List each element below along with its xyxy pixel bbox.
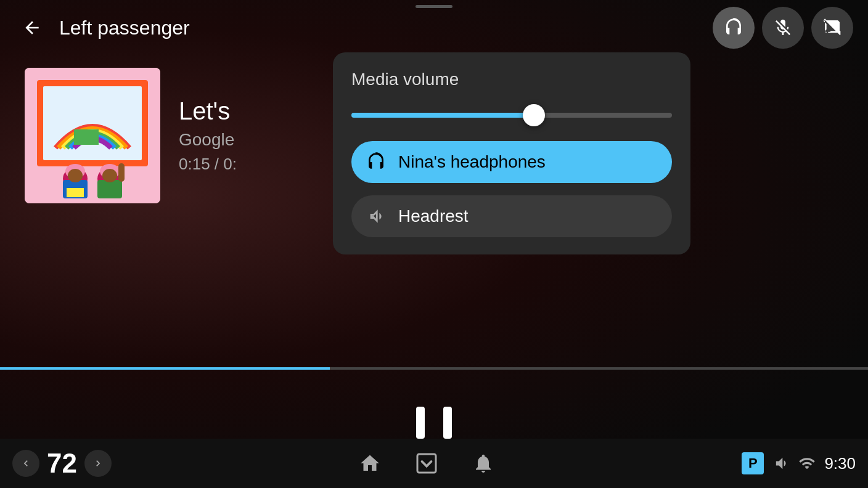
home-icon xyxy=(359,452,381,474)
top-bar: Left passenger xyxy=(0,0,868,55)
headphones-button[interactable] xyxy=(713,7,755,49)
svg-point-7 xyxy=(68,169,83,182)
chevron-right-icon xyxy=(92,457,104,470)
audio-option-headrest[interactable]: Headrest xyxy=(351,195,672,237)
bottom-right-status: P 9:30 xyxy=(742,452,856,474)
audio-option-headphones[interactable]: Nina's headphones xyxy=(351,141,672,183)
home-button[interactable] xyxy=(354,447,386,479)
volume-popup: Media volume Nina's headphones Headrest xyxy=(333,52,690,254)
bottom-center-controls xyxy=(354,447,499,479)
progress-bar-container[interactable] xyxy=(0,366,868,370)
slider-thumb[interactable] xyxy=(523,104,545,126)
headphones-option-label: Nina's headphones xyxy=(398,152,546,172)
screen-off-icon xyxy=(822,18,842,38)
volume-status-icon xyxy=(772,455,790,472)
headphones-option-icon xyxy=(366,152,386,172)
signal-icon xyxy=(798,455,816,472)
temperature-controls: 72 xyxy=(12,448,112,479)
bell-icon xyxy=(472,452,494,474)
svg-rect-13 xyxy=(67,188,84,197)
temp-up-button[interactable] xyxy=(84,450,112,477)
slider-fill xyxy=(351,113,534,118)
back-arrow-icon xyxy=(22,18,42,38)
svg-rect-2 xyxy=(43,86,142,160)
clock: 9:30 xyxy=(824,454,856,473)
track-info: Let's Google 0:15 / 0: xyxy=(179,97,237,174)
svg-rect-3 xyxy=(74,129,99,145)
microphone-off-button[interactable] xyxy=(762,7,804,49)
svg-rect-14 xyxy=(417,454,436,473)
track-artist: Google xyxy=(179,130,237,150)
svg-rect-9 xyxy=(97,180,122,198)
volume-slider[interactable] xyxy=(351,102,672,129)
microphone-off-icon xyxy=(773,18,793,38)
album-art-image xyxy=(25,68,160,203)
track-time: 0:15 / 0: xyxy=(179,155,237,174)
chevron-left-icon xyxy=(20,457,32,470)
p-badge: P xyxy=(742,452,764,474)
pause-bar-left xyxy=(416,407,425,439)
play-controls xyxy=(0,407,868,439)
back-button[interactable] xyxy=(15,10,49,45)
notification-button[interactable] xyxy=(467,447,499,479)
chevron-down-button[interactable] xyxy=(411,447,443,479)
svg-rect-12 xyxy=(118,163,125,182)
headphones-icon xyxy=(724,18,743,38)
temp-down-button[interactable] xyxy=(12,450,39,477)
temperature-value: 72 xyxy=(47,448,77,479)
svg-point-11 xyxy=(102,169,117,182)
progress-bar-fill xyxy=(0,367,330,370)
volume-option-icon xyxy=(366,206,386,226)
chevron-down-icon xyxy=(416,452,438,474)
album-art xyxy=(25,68,160,203)
volume-label: Media volume xyxy=(351,70,672,89)
pause-button[interactable] xyxy=(416,407,452,439)
page-title: Left passenger xyxy=(59,17,190,39)
top-bar-right xyxy=(713,7,853,49)
bottom-bar: 72 P xyxy=(0,439,868,488)
headrest-option-label: Headrest xyxy=(398,206,469,226)
screen-off-button[interactable] xyxy=(811,7,853,49)
pause-bar-right xyxy=(443,407,452,439)
track-title: Let's xyxy=(179,97,237,125)
drag-handle[interactable] xyxy=(416,5,452,8)
